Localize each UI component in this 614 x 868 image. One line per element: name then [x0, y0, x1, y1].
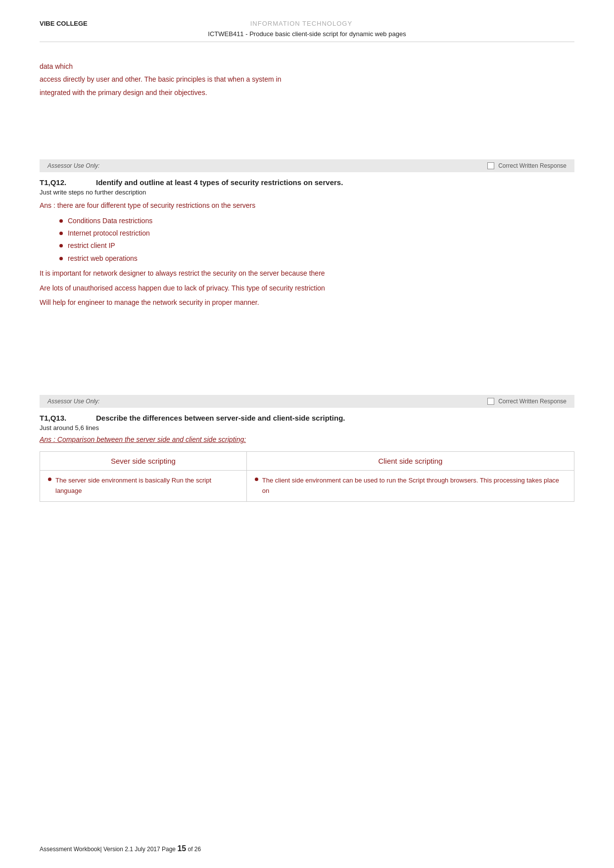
q12-question: Identify and outline at least 4 types of…: [96, 178, 343, 187]
header-top-row: VIBE COLLEGE INFORMATION TECHNOLOGY: [40, 20, 574, 27]
q13-answer-label: Ans : Comparison between the server side…: [40, 435, 574, 443]
table-col1-header: Sever side scripting: [40, 452, 247, 471]
assessor-bar-q12: Assessor Use Only: Correct Written Respo…: [40, 159, 574, 172]
bullet-text: restrict client IP: [68, 240, 115, 252]
q12-header: T1,Q12. Identify and outline at least 4 …: [40, 178, 574, 187]
q13-question: Describe the differences between server-…: [96, 414, 345, 422]
table-cell-client: The client side environment can be used …: [246, 471, 574, 502]
server-bullet-text: The server side environment is basically…: [55, 476, 238, 496]
table-col2-header: Client side scripting: [246, 452, 574, 471]
page: VIBE COLLEGE INFORMATION TECHNOLOGY ICTW…: [0, 0, 614, 868]
q12-id: T1,Q12.: [40, 178, 84, 187]
page-number: 15: [177, 844, 186, 853]
q13-header: T1,Q13. Describe the differences between…: [40, 414, 574, 422]
bullet-text: Conditions Data restrictions: [68, 215, 152, 227]
q12-para1: It is important for network designer to …: [40, 268, 574, 280]
intro-line3: integrated with the primary design and t…: [40, 87, 574, 98]
q12-bullet-list: Conditions Data restrictions Internet pr…: [59, 215, 574, 265]
dept-name: INFORMATION TECHNOLOGY: [88, 20, 515, 27]
intro-section: data which access directly by user and o…: [40, 61, 574, 98]
org-name: VIBE COLLEGE: [40, 20, 88, 27]
footer-text: Assessment Workbook| Version 2.1 July 20…: [40, 846, 177, 853]
q13-instruction: Just around 5,6 lines: [40, 424, 574, 432]
assessor-right-q13: Correct Written Response: [487, 398, 567, 405]
list-item: Internet protocol restriction: [59, 227, 574, 240]
bullet-text: Internet protocol restriction: [68, 227, 150, 240]
assessor-bar-q13: Assessor Use Only: Correct Written Respo…: [40, 395, 574, 408]
q12-answer-intro: Ans : there are four different type of s…: [40, 200, 574, 212]
page-footer: Assessment Workbook| Version 2.1 July 20…: [40, 844, 574, 853]
client-bullet-row: The client side environment can be used …: [255, 476, 566, 496]
q12-para3: Will help for engineer to manage the net…: [40, 297, 574, 309]
bullet-icon: [59, 244, 63, 247]
bullet-icon: [59, 257, 63, 260]
footer-text2: of 26: [186, 846, 201, 853]
assessor-label: Assessor Use Only:: [47, 162, 99, 169]
bullet-icon: [255, 478, 258, 481]
correct-checkbox-q12[interactable]: [487, 162, 494, 169]
bullet-icon: [48, 478, 51, 481]
course-subtitle: ICTWEB411 - Produce basic client-side sc…: [208, 30, 406, 38]
q12-instruction: Just write steps no further description: [40, 189, 574, 196]
assessor-label-q13: Assessor Use Only:: [47, 398, 99, 405]
q12-para2: Are lots of unauthorised access happen d…: [40, 283, 574, 294]
client-bullet-text: The client side environment can be used …: [262, 476, 566, 496]
comparison-table: Sever side scripting Client side scripti…: [40, 451, 574, 502]
correct-checkbox-q13[interactable]: [487, 398, 494, 405]
intro-line1: data which: [40, 61, 574, 72]
question-12-block: T1,Q12. Identify and outline at least 4 …: [40, 178, 574, 309]
question-13-block: T1,Q13. Describe the differences between…: [40, 414, 574, 502]
server-bullet-row: The server side environment is basically…: [48, 476, 238, 496]
bullet-icon: [59, 232, 63, 235]
correct-label-q12: Correct Written Response: [498, 162, 567, 169]
bullet-text: restrict web operations: [68, 252, 138, 265]
list-item: Conditions Data restrictions: [59, 215, 574, 227]
page-header: VIBE COLLEGE INFORMATION TECHNOLOGY ICTW…: [40, 20, 574, 46]
correct-label-q13: Correct Written Response: [498, 398, 567, 405]
q13-id: T1,Q13.: [40, 414, 84, 422]
intro-line2: access directly by user and other. The b…: [40, 74, 574, 85]
table-cell-server: The server side environment is basically…: [40, 471, 247, 502]
bullet-icon: [59, 219, 63, 223]
list-item: restrict web operations: [59, 252, 574, 265]
list-item: restrict client IP: [59, 240, 574, 252]
assessor-right-q12: Correct Written Response: [487, 162, 567, 169]
